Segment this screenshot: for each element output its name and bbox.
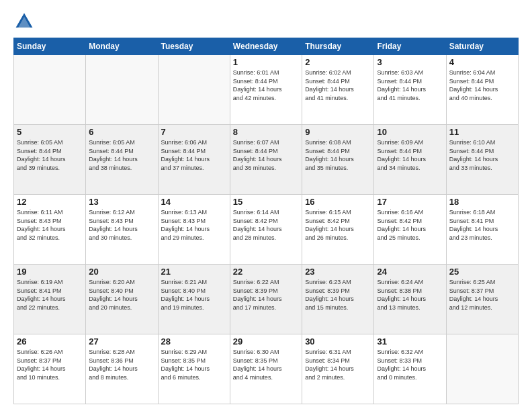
day-info: Sunrise: 6:13 AM Sunset: 8:43 PM Dayligh… bbox=[161, 208, 227, 242]
calendar-cell: 21Sunrise: 6:21 AM Sunset: 8:40 PM Dayli… bbox=[158, 265, 230, 334]
day-info: Sunrise: 6:29 AM Sunset: 8:35 PM Dayligh… bbox=[161, 348, 227, 381]
day-info: Sunrise: 6:24 AM Sunset: 8:38 PM Dayligh… bbox=[377, 278, 443, 312]
calendar-cell: 19Sunrise: 6:19 AM Sunset: 8:41 PM Dayli… bbox=[14, 265, 86, 334]
calendar-week-row: 1Sunrise: 6:01 AM Sunset: 8:44 PM Daylig… bbox=[14, 55, 519, 125]
day-number: 1 bbox=[233, 57, 299, 67]
day-number: 4 bbox=[449, 57, 515, 67]
calendar-week-row: 5Sunrise: 6:05 AM Sunset: 8:44 PM Daylig… bbox=[14, 125, 519, 195]
day-info: Sunrise: 6:05 AM Sunset: 8:44 PM Dayligh… bbox=[89, 138, 154, 172]
day-number: 14 bbox=[161, 197, 227, 207]
calendar-header-row: SundayMondayTuesdayWednesdayThursdayFrid… bbox=[14, 38, 519, 55]
calendar-week-row: 26Sunrise: 6:26 AM Sunset: 8:37 PM Dayli… bbox=[14, 334, 519, 404]
calendar-week-row: 19Sunrise: 6:19 AM Sunset: 8:41 PM Dayli… bbox=[14, 265, 519, 334]
day-number: 7 bbox=[161, 127, 227, 137]
column-header-friday: Friday bbox=[374, 38, 446, 55]
day-info: Sunrise: 6:26 AM Sunset: 8:37 PM Dayligh… bbox=[17, 348, 83, 381]
day-info: Sunrise: 6:09 AM Sunset: 8:44 PM Dayligh… bbox=[377, 138, 443, 172]
day-number: 6 bbox=[89, 127, 154, 137]
day-number: 31 bbox=[377, 336, 443, 347]
day-number: 24 bbox=[377, 267, 443, 277]
day-number: 11 bbox=[449, 127, 515, 137]
calendar-cell: 8Sunrise: 6:07 AM Sunset: 8:44 PM Daylig… bbox=[230, 125, 302, 195]
calendar-cell: 20Sunrise: 6:20 AM Sunset: 8:40 PM Dayli… bbox=[86, 265, 158, 334]
calendar-cell: 25Sunrise: 6:25 AM Sunset: 8:37 PM Dayli… bbox=[446, 265, 518, 334]
day-number: 16 bbox=[305, 197, 371, 207]
calendar-cell: 2Sunrise: 6:02 AM Sunset: 8:44 PM Daylig… bbox=[302, 55, 374, 125]
day-number: 9 bbox=[305, 127, 371, 137]
calendar-cell: 30Sunrise: 6:31 AM Sunset: 8:34 PM Dayli… bbox=[302, 334, 374, 404]
day-info: Sunrise: 6:14 AM Sunset: 8:42 PM Dayligh… bbox=[233, 208, 299, 242]
column-header-monday: Monday bbox=[86, 38, 158, 55]
day-number: 22 bbox=[233, 267, 299, 277]
day-number: 5 bbox=[17, 127, 83, 137]
calendar-cell: 14Sunrise: 6:13 AM Sunset: 8:43 PM Dayli… bbox=[158, 195, 230, 265]
calendar-cell: 28Sunrise: 6:29 AM Sunset: 8:35 PM Dayli… bbox=[158, 334, 230, 404]
calendar-cell: 17Sunrise: 6:16 AM Sunset: 8:42 PM Dayli… bbox=[374, 195, 446, 265]
day-info: Sunrise: 6:12 AM Sunset: 8:43 PM Dayligh… bbox=[89, 208, 154, 242]
calendar-cell: 6Sunrise: 6:05 AM Sunset: 8:44 PM Daylig… bbox=[86, 125, 158, 195]
day-number: 18 bbox=[449, 197, 515, 207]
calendar-cell: 15Sunrise: 6:14 AM Sunset: 8:42 PM Dayli… bbox=[230, 195, 302, 265]
day-info: Sunrise: 6:07 AM Sunset: 8:44 PM Dayligh… bbox=[233, 138, 299, 172]
day-number: 13 bbox=[89, 197, 154, 207]
logo bbox=[13, 11, 38, 32]
day-info: Sunrise: 6:06 AM Sunset: 8:44 PM Dayligh… bbox=[161, 138, 227, 172]
calendar-cell: 4Sunrise: 6:04 AM Sunset: 8:44 PM Daylig… bbox=[446, 55, 518, 125]
page: SundayMondayTuesdayWednesdayThursdayFrid… bbox=[0, 0, 532, 411]
day-info: Sunrise: 6:04 AM Sunset: 8:44 PM Dayligh… bbox=[449, 68, 515, 102]
day-info: Sunrise: 6:11 AM Sunset: 8:43 PM Dayligh… bbox=[17, 208, 83, 242]
column-header-tuesday: Tuesday bbox=[158, 38, 230, 55]
day-info: Sunrise: 6:23 AM Sunset: 8:39 PM Dayligh… bbox=[305, 278, 371, 312]
calendar-cell: 9Sunrise: 6:08 AM Sunset: 8:44 PM Daylig… bbox=[302, 125, 374, 195]
day-number: 19 bbox=[17, 267, 83, 277]
day-info: Sunrise: 6:08 AM Sunset: 8:44 PM Dayligh… bbox=[305, 138, 371, 172]
day-info: Sunrise: 6:03 AM Sunset: 8:44 PM Dayligh… bbox=[377, 68, 443, 102]
header bbox=[13, 11, 519, 32]
calendar-table: SundayMondayTuesdayWednesdayThursdayFrid… bbox=[13, 38, 519, 404]
day-info: Sunrise: 6:22 AM Sunset: 8:39 PM Dayligh… bbox=[233, 278, 299, 312]
day-number: 21 bbox=[161, 267, 227, 277]
calendar-cell: 23Sunrise: 6:23 AM Sunset: 8:39 PM Dayli… bbox=[302, 265, 374, 334]
calendar-cell: 29Sunrise: 6:30 AM Sunset: 8:35 PM Dayli… bbox=[230, 334, 302, 404]
calendar-week-row: 12Sunrise: 6:11 AM Sunset: 8:43 PM Dayli… bbox=[14, 195, 519, 265]
calendar-cell: 3Sunrise: 6:03 AM Sunset: 8:44 PM Daylig… bbox=[374, 55, 446, 125]
day-number: 29 bbox=[233, 336, 299, 347]
day-info: Sunrise: 6:20 AM Sunset: 8:40 PM Dayligh… bbox=[89, 278, 154, 312]
calendar-cell: 31Sunrise: 6:32 AM Sunset: 8:33 PM Dayli… bbox=[374, 334, 446, 404]
calendar-cell: 5Sunrise: 6:05 AM Sunset: 8:44 PM Daylig… bbox=[14, 125, 86, 195]
day-info: Sunrise: 6:25 AM Sunset: 8:37 PM Dayligh… bbox=[449, 278, 515, 312]
day-info: Sunrise: 6:30 AM Sunset: 8:35 PM Dayligh… bbox=[233, 348, 299, 381]
day-info: Sunrise: 6:18 AM Sunset: 8:41 PM Dayligh… bbox=[449, 208, 515, 242]
calendar-cell bbox=[14, 55, 86, 125]
calendar-cell: 22Sunrise: 6:22 AM Sunset: 8:39 PM Dayli… bbox=[230, 265, 302, 334]
column-header-saturday: Saturday bbox=[446, 38, 518, 55]
column-header-thursday: Thursday bbox=[302, 38, 374, 55]
calendar-cell: 26Sunrise: 6:26 AM Sunset: 8:37 PM Dayli… bbox=[14, 334, 86, 404]
day-number: 2 bbox=[305, 57, 371, 67]
calendar-cell: 16Sunrise: 6:15 AM Sunset: 8:42 PM Dayli… bbox=[302, 195, 374, 265]
day-info: Sunrise: 6:10 AM Sunset: 8:44 PM Dayligh… bbox=[449, 138, 515, 172]
calendar-cell: 27Sunrise: 6:28 AM Sunset: 8:36 PM Dayli… bbox=[86, 334, 158, 404]
day-info: Sunrise: 6:05 AM Sunset: 8:44 PM Dayligh… bbox=[17, 138, 83, 172]
day-info: Sunrise: 6:15 AM Sunset: 8:42 PM Dayligh… bbox=[305, 208, 371, 242]
day-number: 20 bbox=[89, 267, 154, 277]
day-number: 8 bbox=[233, 127, 299, 137]
day-info: Sunrise: 6:01 AM Sunset: 8:44 PM Dayligh… bbox=[233, 68, 299, 102]
day-number: 27 bbox=[89, 336, 154, 347]
calendar-cell: 12Sunrise: 6:11 AM Sunset: 8:43 PM Dayli… bbox=[14, 195, 86, 265]
day-number: 25 bbox=[449, 267, 515, 277]
day-number: 10 bbox=[377, 127, 443, 137]
day-info: Sunrise: 6:21 AM Sunset: 8:40 PM Dayligh… bbox=[161, 278, 227, 312]
calendar-cell bbox=[86, 55, 158, 125]
calendar-cell: 24Sunrise: 6:24 AM Sunset: 8:38 PM Dayli… bbox=[374, 265, 446, 334]
day-number: 23 bbox=[305, 267, 371, 277]
day-info: Sunrise: 6:31 AM Sunset: 8:34 PM Dayligh… bbox=[305, 348, 371, 381]
column-header-wednesday: Wednesday bbox=[230, 38, 302, 55]
day-info: Sunrise: 6:02 AM Sunset: 8:44 PM Dayligh… bbox=[305, 68, 371, 102]
day-info: Sunrise: 6:16 AM Sunset: 8:42 PM Dayligh… bbox=[377, 208, 443, 242]
calendar-cell: 10Sunrise: 6:09 AM Sunset: 8:44 PM Dayli… bbox=[374, 125, 446, 195]
day-number: 30 bbox=[305, 336, 371, 347]
day-number: 26 bbox=[17, 336, 83, 347]
day-number: 12 bbox=[17, 197, 83, 207]
calendar-cell: 11Sunrise: 6:10 AM Sunset: 8:44 PM Dayli… bbox=[446, 125, 518, 195]
